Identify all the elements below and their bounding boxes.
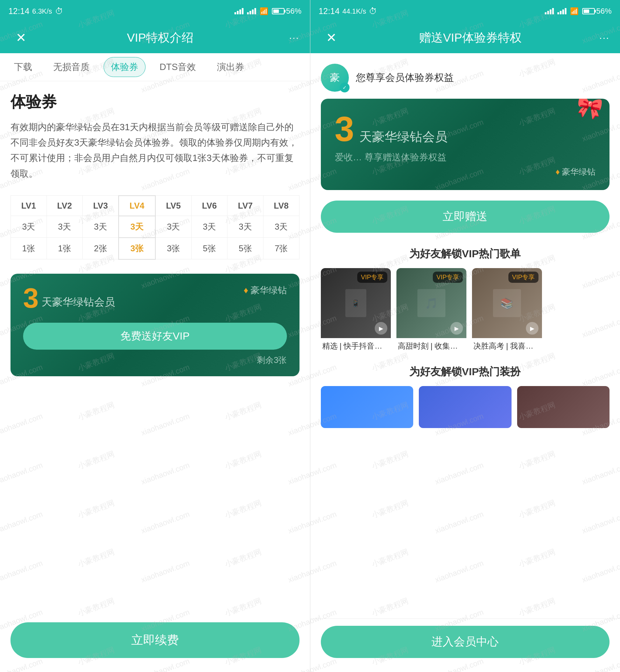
song-card-3: 📚 VIP专享 ▶ 决胜高考 | 我喜… [472,268,542,354]
left-title: VIP特权介绍 [31,30,289,46]
lv5-days: 3天 [155,216,191,238]
vip-card-subtitle: 天豪华绿钻会员 [42,295,115,309]
outfit-card-3 [517,386,610,428]
signal-bar-1 [234,12,236,14]
r-signal-bar-4 [552,8,554,14]
song-1-inner-icon: 📱 [351,299,360,307]
benefit-header: 豪 ✓ 您尊享会员体验券权益 [310,53,620,99]
give-friend-vip-button[interactable]: 免费送好友VIP [23,323,287,350]
section-title: 体验券 [10,92,300,112]
left-time: 12:14 [8,6,29,16]
outfit-card-2 [419,386,512,428]
r-signal2-bar-3 [562,9,564,14]
right-bottom-bar: 进入会员中心 [310,618,620,672]
outfit-card-1 [321,386,414,428]
lv3-days: 3天 [83,216,119,238]
lv8-days: 3天 [263,216,299,238]
song-1-play-btn[interactable]: ▶ [375,322,387,335]
song-grid: 📱 VIP专享 ▶ 精选 | 快手抖音… 🎵 VIP专享 ▶ [310,268,620,361]
song-2-play-btn[interactable]: ▶ [450,322,463,335]
left-wifi-icon: 📶 [260,7,268,15]
right-status-left: 12:14 44.1K/s ⏱ [319,6,378,16]
right-panel: 12:14 44.1K/s ⏱ 📶 56% [310,0,620,672]
left-panel: 12:14 6.3K/s ⏱ 📶 56% [0,0,310,672]
left-battery-icon [272,8,284,14]
lv2-header: LV2 [47,196,83,216]
right-battery-fill [584,9,589,13]
lv8-tickets: 7张 [263,238,299,259]
gift-card: 🎀 3 天豪华绿钻会员 爱收… 尊享赠送体验券权益 ♦ 豪华绿钻 [321,99,610,190]
section-desc: 有效期内的豪华绿钻会员在31天内根据当前会员等级可赠送除自己外的不同非会员好友3… [10,119,300,181]
right-time: 12:14 [319,6,340,16]
song-3-inner-icon: 📚 [500,297,513,309]
left-status-left: 12:14 6.3K/s ⏱ [8,6,63,16]
lv1-days: 3天 [11,216,47,238]
send-button[interactable]: 立即赠送 [321,201,610,233]
song-2-vip-badge: VIP专享 [433,272,463,283]
gift-card-title: 天豪华绿钻会员 [359,130,448,144]
left-close-icon[interactable]: ✕ [10,30,31,45]
lv6-header: LV6 [191,196,227,216]
vip-card-top: 3 天豪华绿钻会员 ♦ 豪华绿钻 [23,284,287,312]
right-signal [545,8,554,14]
gift-card-subtitle: 爱收… 尊享赠送体验券权益 [335,151,596,163]
right-battery: 56% [582,7,612,16]
right-status-right: 📶 56% [545,7,612,16]
r-signal-bar-1 [545,12,547,14]
song-1-name: 精选 | 快手抖音… [321,338,391,354]
left-clock-icon: ⏱ [55,6,63,16]
vip-brand-text: 豪华绿钻 [251,284,287,296]
diamond-icon: ♦ [244,285,248,296]
song-3-name: 决胜高考 | 我喜… [472,338,542,354]
lv2-tickets: 1张 [47,238,83,259]
gift-card-number-row: 3 天豪华绿钻会员 [335,111,596,146]
enter-vip-center-button[interactable]: 进入会员中心 [321,626,610,658]
signal2-bar-4 [254,8,256,14]
song-2-inner-icon: 🎵 [425,297,438,309]
right-clock-icon: ⏱ [369,6,377,16]
song-thumb-1: 📱 VIP专享 ▶ [321,268,391,338]
song-3-play-btn[interactable]: ▶ [526,322,538,335]
gift-brand-text: 豪华绿钻 [562,166,596,177]
lv7-tickets: 5张 [227,238,263,259]
left-more-icon[interactable]: ··· [289,32,299,43]
gift-number: 3 [335,109,354,148]
song-card-1: 📱 VIP专享 ▶ 精选 | 快手抖音… [321,268,391,354]
renew-button[interactable]: 立即续费 [10,622,300,658]
tab-download[interactable]: 下载 [7,57,39,77]
song-3-vip-badge: VIP专享 [508,272,538,283]
lv1-header: LV1 [11,196,47,216]
r-signal-bar-2 [547,11,549,14]
tab-voucher[interactable]: 体验券 [104,57,146,77]
lv1-tickets: 1张 [11,238,47,259]
tab-lossless[interactable]: 无损音质 [46,57,97,77]
lv5-header: LV5 [155,196,191,216]
left-vip-card: 3 天豪华绿钻会员 ♦ 豪华绿钻 免费送好友VIP 剩余3张 [10,274,300,376]
right-more-icon[interactable]: ··· [599,32,610,43]
song-1-vip-badge: VIP专享 [357,272,387,283]
tab-show[interactable]: 演出券 [210,57,251,77]
right-top-bar: ✕ 赠送VIP体验券特权 ··· [310,22,620,53]
outfit-title: 为好友解锁VIP热门装扮 [310,361,620,386]
song-2-name: 高甜时刻 | 收集… [396,338,466,354]
lv7-days: 3天 [227,216,263,238]
right-close-icon[interactable]: ✕ [321,30,342,45]
signal2-bar-3 [252,9,254,14]
vip-brand: ♦ 豪华绿钻 [244,284,287,296]
left-status-bar: 12:14 6.3K/s ⏱ 📶 56% [0,0,310,22]
avatar-badge: ✓ [340,83,350,92]
left-status-right: 📶 56% [234,7,301,16]
benefit-text: 您尊享会员体验券权益 [356,71,454,84]
r-signal2-bar-1 [557,12,559,14]
lv3-tickets: 2张 [83,238,119,259]
right-battery-icon [582,8,595,14]
right-battery-pct: 56% [596,7,612,16]
lv6-tickets: 5张 [191,238,227,259]
signal2-bar-1 [247,12,249,14]
signal-bar-3 [239,9,241,14]
signal-bar-4 [242,8,244,14]
vip-check-icon: ✓ [343,85,347,90]
vip-card-number: 3 [23,284,39,312]
left-battery: 56% [272,7,301,16]
tab-dts[interactable]: DTS音效 [153,57,203,77]
